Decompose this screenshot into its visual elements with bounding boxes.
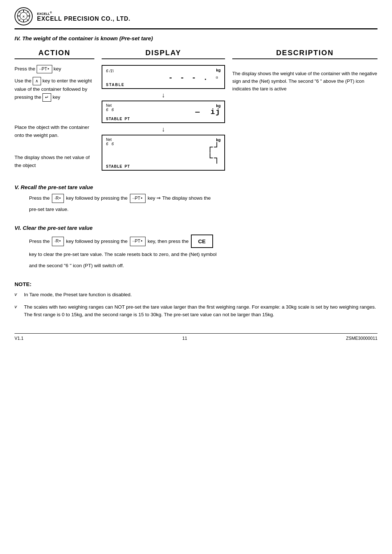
section-vi-content: Press the ·R‣ key followed by pressing t… <box>15 235 377 270</box>
desc-header: DESCRIPTION <box>232 49 377 57</box>
display-diagram-1: 6 /1\ kg - - - . ▫ STABLE <box>102 65 225 89</box>
action1-suffix: key <box>54 66 61 72</box>
action-step1: Press the ··PT‣ key <box>15 65 94 73</box>
up-key[interactable]: ∧ <box>33 77 41 85</box>
action-step2: Use the ∧ key to enter the weight value … <box>15 77 94 102</box>
sv-text4: pre-set tare value. <box>29 205 69 214</box>
disp1-kg: kg <box>216 68 221 72</box>
disp3-right: kg ┌┘└┐ <box>207 138 221 164</box>
action2-key2-suffix: key <box>53 94 60 100</box>
disp3-kg: kg <box>216 138 221 142</box>
svi-text5: and the second "6 " icon (PT) will switc… <box>29 261 124 270</box>
disp3-digits: ┌┘└┐ <box>207 142 221 164</box>
section-vi-row1: Press the ·R‣ key followed by pressing t… <box>29 235 377 248</box>
action-header: ACTION <box>15 49 94 57</box>
disp2-stable-pt-row: STABLE PT <box>106 117 221 121</box>
disp2-right: kg — ij <box>195 103 221 116</box>
pt-key-1[interactable]: ··PT‣ <box>37 65 52 73</box>
note-item-2: v The scales with two weighing ranges ca… <box>15 303 377 319</box>
note-item-1: v In Tare mode, the Preset tare function… <box>15 291 377 299</box>
note-text-1: In Tare mode, the Preset tare function i… <box>24 291 377 299</box>
sv-key1[interactable]: ·R‣ <box>52 194 64 203</box>
sv-text1: Press the <box>29 194 50 203</box>
desc-text: The display shows the weight value of th… <box>232 70 377 93</box>
section-vi-row3: and the second "6 " icon (PT) will switc… <box>29 261 377 270</box>
company-logo: X <box>15 7 33 25</box>
action-step4: The display shows the net value of the o… <box>15 154 94 169</box>
arrow-1: ↓ <box>102 90 225 101</box>
enter-key[interactable]: ↵ <box>42 93 51 102</box>
sv-text3: key ⇒ The display shows the <box>148 194 211 203</box>
footer-doc-number: ZSME30000011 <box>346 336 377 341</box>
disp1-six: 6 /1\ <box>106 69 114 73</box>
disp1-top-row: 6 /1\ kg <box>106 68 221 73</box>
disp3-pt: PT <box>124 164 130 168</box>
page-header: X EXCELL® EXCELL PRECISION CO., LTD. <box>15 7 377 29</box>
note-text-2: The scales with two weighing ranges can … <box>24 303 377 319</box>
section-v-title: V. Recall the pre-set tare value <box>15 184 377 190</box>
disp3-net: Net <box>106 138 114 142</box>
svi-text3: key, then press the <box>148 237 189 246</box>
note-section: NOTE: v In Tare mode, the Preset tare fu… <box>15 281 377 319</box>
svi-text4: key to clear the pre-set tare value. The… <box>29 250 217 259</box>
logo-icon: X <box>17 9 30 24</box>
section-v-content: Press the ·R‣ key followed by pressing t… <box>15 194 377 214</box>
disp3-stable: STABLE <box>106 164 122 168</box>
display-column: DISPLAY 6 /1\ kg - - - . ▫ STABLE ↓ <box>102 49 225 173</box>
section-vi-title: VI. Clear the pre-set tare value <box>15 225 377 231</box>
three-col-layout: ACTION Press the ··PT‣ key Use the ∧ key… <box>15 49 377 173</box>
disp2-digits: — ij <box>195 108 221 116</box>
section-iv: IV. The weight of the container is known… <box>15 35 377 173</box>
display-header: DISPLAY <box>102 49 225 57</box>
disp3-top-row: Net 6 6 kg ┌┘└┐ <box>106 138 221 164</box>
section-v: V. Recall the pre-set tare value Press t… <box>15 184 377 214</box>
footer-page: 11 <box>182 336 187 341</box>
svi-key1[interactable]: ·R‣ <box>52 237 64 246</box>
disp3-sixes: 6 6 <box>106 142 114 146</box>
description-column: DESCRIPTION The display shows the weight… <box>232 49 377 173</box>
display-diagram-2: Net 6 6 kg — ij STABLE PT <box>102 101 225 123</box>
display-underline <box>102 58 225 59</box>
disp1-stable: STABLE <box>106 83 124 87</box>
company-name: EXCELL PRECISION CO., LTD. <box>37 16 130 22</box>
disp2-kg: kg <box>216 103 221 108</box>
action2-text: Use the <box>15 78 32 83</box>
disp2-net-area: Net 6 6 <box>106 103 114 112</box>
disp3-net-area: Net 6 6 <box>106 138 114 146</box>
note-bullet-2: v <box>15 303 20 311</box>
section-iv-title: IV. The weight of the container is known… <box>15 35 377 41</box>
svi-text2: key followed by pressing the <box>66 237 128 246</box>
section-vi: VI. Clear the pre-set tare value Press t… <box>15 225 377 270</box>
action-underline <box>15 58 94 59</box>
svi-text1: Press the <box>29 237 50 246</box>
disp2-sixes: 6 6 <box>106 107 114 112</box>
disp1-digits-row: - - - . ▫ <box>106 74 221 82</box>
arrow-2: ↓ <box>102 124 225 135</box>
section-vi-row2: key to clear the pre-set tare value. The… <box>29 250 377 259</box>
sv-key2[interactable]: ··PT‣ <box>130 194 146 203</box>
logo-text: EXCELL® <box>37 11 130 16</box>
action-column: ACTION Press the ··PT‣ key Use the ∧ key… <box>15 49 94 173</box>
action-step3: Place the object with the container onto… <box>15 123 94 139</box>
disp2-pt: PT <box>124 117 130 121</box>
svi-key2[interactable]: ··PT‣ <box>130 237 146 246</box>
desc-underline <box>232 58 377 59</box>
disp2-net: Net <box>106 103 114 107</box>
note-title: NOTE: <box>15 281 377 287</box>
svg-text:X: X <box>23 15 25 18</box>
section-v-row1: Press the ·R‣ key followed by pressing t… <box>29 194 377 203</box>
disp1-digits: - - - . ▫ <box>168 74 221 82</box>
disp3-stable-pt-row: STABLE PT <box>106 164 221 168</box>
page-footer: V1.1 11 ZSME30000011 <box>15 333 377 341</box>
disp1-bottom-row: STABLE <box>106 83 221 87</box>
action1-text: Press the <box>15 66 35 72</box>
ce-button[interactable]: CE <box>191 235 213 248</box>
footer-version: V1.1 <box>15 336 24 341</box>
display-diagram-3: Net 6 6 kg ┌┘└┐ STABLE PT <box>102 135 225 171</box>
note-bullet-1: v <box>15 291 20 298</box>
sv-text2: key followed by pressing the <box>66 194 128 203</box>
disp2-stable: STABLE <box>106 117 122 121</box>
section-v-row2: pre-set tare value. <box>29 205 377 214</box>
disp2-top-row: Net 6 6 kg — ij <box>106 103 221 116</box>
